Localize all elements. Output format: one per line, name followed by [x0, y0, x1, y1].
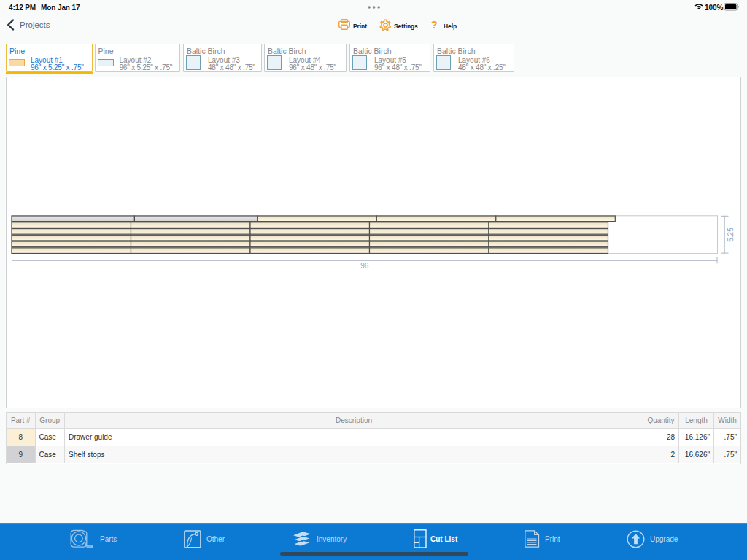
svg-text:5.25: 5.25 — [727, 228, 735, 242]
svg-text:96: 96 — [360, 262, 369, 270]
